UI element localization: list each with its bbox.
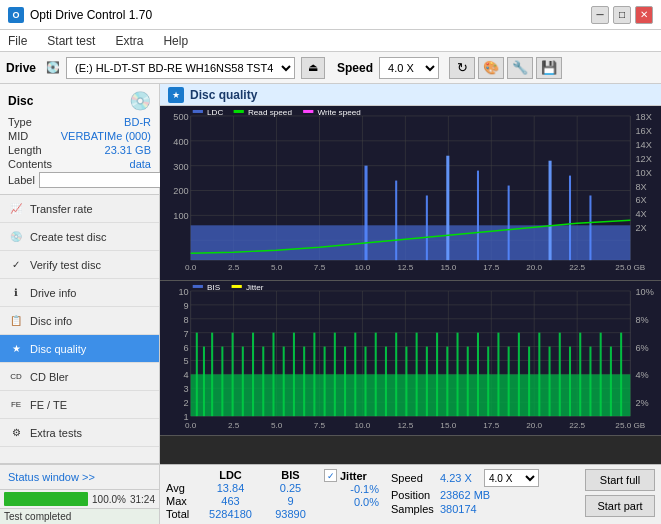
ldc-header: LDC [198,469,263,481]
position-value: 23862 MB [440,489,490,501]
svg-text:18X: 18X [635,112,651,122]
close-button[interactable]: ✕ [635,6,653,24]
svg-rect-119 [293,333,295,416]
svg-rect-121 [313,333,315,416]
length-value: 23.31 GB [105,144,151,156]
total-label: Total [166,508,198,520]
disc-panel: Disc 💿 Type BD-R MID VERBATIMe (000) Len… [0,84,159,195]
svg-rect-141 [518,333,520,416]
svg-rect-133 [436,333,438,416]
menu-start-test[interactable]: Start test [43,32,99,50]
start-part-button[interactable]: Start part [585,495,655,517]
svg-rect-136 [467,347,469,417]
svg-rect-115 [252,333,254,416]
jitter-checkbox[interactable]: ✓ [324,469,337,482]
disc-image-icon: 💿 [129,90,151,112]
max-row: Max 463 9 [166,495,318,507]
charts-area: 500 400 300 200 100 18X 16X 14X 12X 10X … [160,106,661,464]
svg-rect-134 [446,347,448,417]
svg-text:12X: 12X [635,154,651,164]
nav-verify-disc-label: Verify test disc [30,259,101,271]
svg-text:25.0 GB: 25.0 GB [615,263,645,272]
svg-text:10X: 10X [635,168,651,178]
nav-extra-tests-label: Extra tests [30,427,82,439]
svg-text:12.5: 12.5 [397,263,413,272]
nav-fe-te-label: FE / TE [30,399,67,411]
menu-help[interactable]: Help [159,32,192,50]
svg-text:10.0: 10.0 [354,421,370,430]
start-full-button[interactable]: Start full [585,469,655,491]
svg-rect-113 [232,333,234,416]
speed-position-section: Speed 4.23 X 4.0 X Position 23862 MB Sam… [391,469,539,515]
toolbar-icons: ↻ 🎨 🔧 💾 [449,57,562,79]
nav-fe-te[interactable]: FE FE / TE [0,391,159,419]
label-input[interactable] [39,172,172,188]
svg-rect-120 [303,347,305,417]
menu-extra[interactable]: Extra [111,32,147,50]
app-title: Opti Drive Control 1.70 [30,8,152,22]
minimize-button[interactable]: ─ [591,6,609,24]
options-icon[interactable]: 🎨 [478,57,504,79]
eject-button[interactable]: ⏏ [301,57,325,79]
svg-text:5.0: 5.0 [271,421,283,430]
position-row: Position 23862 MB [391,489,539,501]
svg-rect-127 [375,333,377,416]
nav-cd-bler[interactable]: CD CD Bler [0,363,159,391]
svg-text:Read speed: Read speed [248,108,292,117]
maximize-button[interactable]: □ [613,6,631,24]
svg-rect-135 [457,333,459,416]
svg-text:400: 400 [173,137,188,147]
svg-text:22.5: 22.5 [569,263,585,272]
type-label: Type [8,116,32,128]
speed-stat-select[interactable]: 4.0 X [484,469,539,487]
menu-file[interactable]: File [4,32,31,50]
svg-rect-117 [272,333,274,416]
svg-text:7.5: 7.5 [314,263,326,272]
disc-header: Disc 💿 [8,90,151,112]
ldc-bis-stats: LDC BIS Avg 13.84 0.25 Max 463 9 Total 5… [166,469,318,520]
svg-rect-51 [549,161,552,260]
sidebar-nav: 📈 Transfer rate 💿 Create test disc ✓ Ver… [0,195,159,463]
save-icon[interactable]: 💾 [536,57,562,79]
svg-text:2: 2 [184,398,189,408]
svg-text:500: 500 [173,112,188,122]
speed-select[interactable]: 4.0 X [379,57,439,79]
status-window-link[interactable]: Status window >> [0,464,159,489]
drive-toolbar: Drive 💽 (E:) HL-DT-ST BD-RE WH16NS58 TST… [0,52,661,84]
svg-text:10%: 10% [635,287,653,297]
svg-rect-151 [620,333,622,416]
refresh-icon[interactable]: ↻ [449,57,475,79]
cd-bler-icon: CD [8,369,24,385]
nav-disc-info[interactable]: 📋 Disc info [0,307,159,335]
svg-rect-48 [446,156,449,260]
svg-text:10.0: 10.0 [355,263,371,272]
bis-chart-section: 10 9 8 7 6 5 4 3 2 1 10% 8% 6% 4% 2% [160,281,661,436]
svg-rect-140 [508,347,510,417]
nav-drive-info[interactable]: ℹ Drive info [0,279,159,307]
nav-create-test-disc[interactable]: 💿 Create test disc [0,223,159,251]
nav-extra-tests[interactable]: ⚙ Extra tests [0,419,159,447]
speed-label: Speed [337,61,373,75]
svg-rect-45 [364,166,367,260]
extra-tests-icon: ⚙ [8,425,24,441]
stats-headers-row: LDC BIS [166,469,318,481]
nav-verify-test-disc[interactable]: ✓ Verify test disc [0,251,159,279]
nav-disc-info-label: Disc info [30,315,72,327]
svg-text:BIS: BIS [207,283,220,292]
svg-text:25.0 GB: 25.0 GB [615,421,645,430]
svg-rect-147 [579,333,581,416]
max-ldc: 463 [198,495,263,507]
jitter-avg-row: -0.1% [324,483,379,495]
settings-icon[interactable]: 🔧 [507,57,533,79]
nav-disc-quality[interactable]: ★ Disc quality [0,335,159,363]
svg-text:14X: 14X [635,140,651,150]
svg-text:6%: 6% [635,343,648,353]
drive-select[interactable]: (E:) HL-DT-ST BD-RE WH16NS58 TST4 [66,57,295,79]
ldc-chart-section: 500 400 300 200 100 18X 16X 14X 12X 10X … [160,106,661,281]
svg-text:2.5: 2.5 [228,263,240,272]
nav-cd-bler-label: CD Bler [30,371,69,383]
svg-text:10: 10 [178,287,188,297]
nav-transfer-rate[interactable]: 📈 Transfer rate [0,195,159,223]
length-label: Length [8,144,42,156]
svg-rect-118 [283,347,285,417]
